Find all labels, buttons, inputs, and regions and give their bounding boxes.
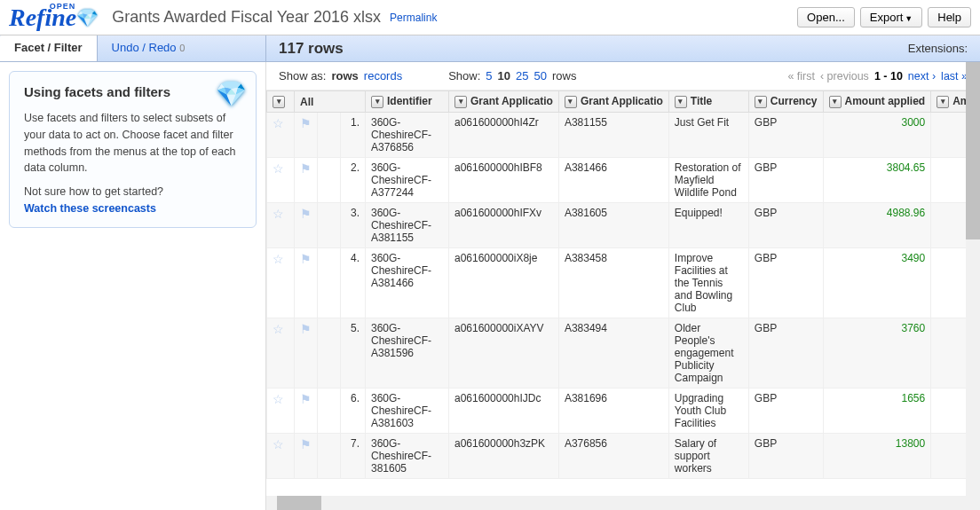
watch-screencasts-link[interactable]: Watch these screencasts	[24, 202, 156, 215]
star-icon[interactable]: ☆	[273, 322, 284, 336]
nav-last[interactable]: last »	[941, 70, 968, 82]
tab-undo-redo[interactable]: Undo / Redo 0	[98, 35, 200, 61]
dropdown-icon[interactable]: ▾	[755, 96, 767, 108]
cell-identifier[interactable]: 360G-CheshireCF-A381596	[366, 318, 449, 388]
grid-wrap[interactable]: ▾ All ▾Identifier ▾Grant Applicatio ▾Gra…	[266, 90, 980, 510]
permalink-link[interactable]: Permalink	[390, 12, 437, 24]
cell-grant-app-1[interactable]: a061600000iX8je	[449, 248, 559, 318]
nav-first[interactable]: « first	[787, 70, 815, 82]
cell-identifier[interactable]: 360G-CheshireCF-A377244	[366, 158, 449, 203]
flag-cell[interactable]: ⚑	[295, 318, 318, 388]
h-scroll-thumb[interactable]	[277, 496, 321, 510]
star-cell[interactable]: ☆	[267, 113, 295, 158]
dropdown-icon[interactable]: ▾	[454, 96, 467, 108]
cell-title[interactable]: Restoration of Mayfield Wildlife Pond	[668, 158, 748, 203]
cell-identifier[interactable]: 360G-CheshireCF-A381603	[366, 388, 449, 434]
flag-icon[interactable]: ⚑	[300, 322, 312, 336]
dropdown-icon[interactable]: ▾	[371, 96, 383, 108]
cell-grant-app-2[interactable]: A383494	[558, 318, 668, 388]
mode-rows[interactable]: rows	[331, 69, 358, 82]
h-scrollbar[interactable]	[266, 496, 966, 510]
mode-records[interactable]: records	[364, 69, 402, 82]
star-icon[interactable]: ☆	[273, 252, 284, 266]
nav-next[interactable]: next ›	[908, 70, 936, 82]
cell-grant-app-2[interactable]: A381605	[558, 203, 668, 248]
dropdown-icon[interactable]: ▾	[565, 96, 577, 108]
dropdown-icon[interactable]: ▾	[937, 96, 949, 108]
star-icon[interactable]: ☆	[273, 116, 284, 130]
cell-identifier[interactable]: 360G-CheshireCF-A376856	[366, 113, 449, 158]
star-cell[interactable]: ☆	[267, 158, 295, 203]
page-size-25[interactable]: 25	[516, 69, 528, 82]
v-scrollbar[interactable]	[966, 62, 980, 510]
cell-grant-app-1[interactable]: a061600000hIFXv	[449, 203, 559, 248]
cell-title[interactable]: Older People's engagement Publicity Camp…	[668, 318, 748, 388]
cell-currency[interactable]: GBP	[748, 158, 823, 203]
star-icon[interactable]: ☆	[273, 437, 284, 451]
col-identifier[interactable]: ▾Identifier	[366, 91, 449, 113]
col-amt-applied[interactable]: ▾Amount applied	[823, 91, 931, 113]
flag-cell[interactable]: ⚑	[295, 203, 318, 248]
cell-amt-applied[interactable]: 3490	[823, 248, 931, 318]
cell-grant-app-1[interactable]: a061600000iXAYV	[449, 318, 559, 388]
nav-prev[interactable]: ‹ previous	[820, 70, 869, 82]
page-size-10[interactable]: 10	[498, 69, 510, 82]
star-cell[interactable]: ☆	[267, 248, 295, 318]
cell-currency[interactable]: GBP	[748, 388, 823, 434]
col-grant-app-1[interactable]: ▾Grant Applicatio	[449, 91, 559, 113]
flag-icon[interactable]: ⚑	[300, 161, 312, 176]
cell-currency[interactable]: GBP	[748, 203, 823, 248]
star-cell[interactable]: ☆	[267, 388, 295, 434]
cell-grant-app-2[interactable]: A383458	[558, 248, 668, 318]
cell-amt-applied[interactable]: 13800	[823, 434, 931, 479]
cell-title[interactable]: Upgrading Youth Club Facilities	[668, 388, 748, 434]
cell-currency[interactable]: GBP	[748, 248, 823, 318]
star-icon[interactable]: ☆	[273, 392, 284, 406]
star-cell[interactable]: ☆	[267, 318, 295, 388]
dropdown-icon[interactable]: ▾	[829, 96, 842, 108]
col-all[interactable]: All	[295, 91, 366, 113]
cell-grant-app-1[interactable]: a061600000hIJDc	[449, 388, 559, 434]
v-scroll-thumb[interactable]	[966, 62, 980, 239]
flag-cell[interactable]: ⚑	[295, 113, 318, 158]
flag-icon[interactable]: ⚑	[300, 437, 312, 451]
cell-amt-applied[interactable]: 3000	[823, 113, 931, 158]
cell-grant-app-1[interactable]: a061600000hI4Zr	[449, 113, 559, 158]
cell-grant-app-2[interactable]: A381466	[558, 158, 668, 203]
cell-identifier[interactable]: 360G-CheshireCF-381605	[366, 434, 449, 479]
flag-cell[interactable]: ⚑	[295, 388, 318, 434]
cell-amt-applied[interactable]: 3804.65	[823, 158, 931, 203]
extensions-label[interactable]: Extensions:	[908, 42, 968, 55]
open-button[interactable]: Open...	[797, 7, 855, 27]
flag-icon[interactable]: ⚑	[300, 252, 312, 266]
cell-title[interactable]: Equipped!	[668, 203, 748, 248]
flag-icon[interactable]: ⚑	[300, 116, 312, 130]
cell-title[interactable]: Improve Facilities at the Tennis and Bow…	[668, 248, 748, 318]
flag-icon[interactable]: ⚑	[300, 207, 312, 221]
cell-grant-app-2[interactable]: A376856	[558, 434, 668, 479]
cell-currency[interactable]: GBP	[748, 434, 823, 479]
star-cell[interactable]: ☆	[267, 203, 295, 248]
star-cell[interactable]: ☆	[267, 434, 295, 479]
help-button[interactable]: Help	[928, 7, 971, 27]
col-currency[interactable]: ▾Currency	[748, 91, 823, 113]
cell-amt-applied[interactable]: 1656	[823, 388, 931, 434]
cell-title[interactable]: Just Get Fit	[668, 113, 748, 158]
star-icon[interactable]: ☆	[273, 207, 284, 221]
cell-currency[interactable]: GBP	[748, 318, 823, 388]
tab-facet-filter[interactable]: Facet / Filter	[0, 35, 98, 61]
app-logo[interactable]: OPEN Refine 💎	[9, 4, 99, 32]
col-title[interactable]: ▾Title	[668, 91, 748, 113]
cell-amt-applied[interactable]: 3760	[823, 318, 931, 388]
page-size-50[interactable]: 50	[534, 69, 547, 82]
cell-identifier[interactable]: 360G-CheshireCF-A381466	[366, 248, 449, 318]
flag-cell[interactable]: ⚑	[295, 434, 318, 479]
cell-grant-app-2[interactable]: A381696	[558, 388, 668, 434]
export-button[interactable]: Export▼	[860, 7, 923, 27]
cell-grant-app-2[interactable]: A381155	[558, 113, 668, 158]
col-grant-app-2[interactable]: ▾Grant Applicatio	[558, 91, 668, 113]
flag-icon[interactable]: ⚑	[300, 392, 312, 406]
cell-amt-applied[interactable]: 4988.96	[823, 203, 931, 248]
star-icon[interactable]: ☆	[273, 161, 284, 176]
cell-grant-app-1[interactable]: a061600000hIBF8	[449, 158, 559, 203]
